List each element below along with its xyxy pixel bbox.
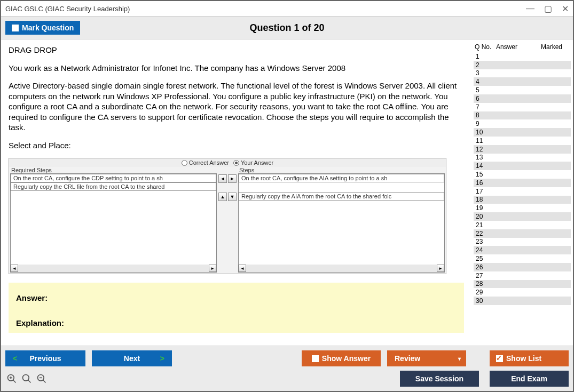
sidebar-row[interactable]: 6 bbox=[474, 94, 571, 103]
move-up-button[interactable]: ▲ bbox=[218, 193, 227, 201]
show-list-button[interactable]: Show List bbox=[490, 350, 569, 366]
sidebar-row[interactable]: 9 bbox=[474, 119, 571, 128]
answer-mode-row: Correct Answer Your Answer bbox=[9, 158, 446, 167]
sidebar-row[interactable]: 11 bbox=[474, 137, 571, 145]
move-buttons-column: ◄ ► ▲ ▼ bbox=[218, 167, 237, 274]
body-area: DRAG DROP You work as a Network Administ… bbox=[1, 39, 573, 346]
scroll-right-icon[interactable]: ► bbox=[209, 265, 216, 272]
sidebar-row[interactable]: 19 bbox=[474, 204, 571, 212]
mark-label: Mark Question bbox=[22, 23, 74, 32]
minimize-icon[interactable]: — bbox=[526, 4, 534, 14]
app-window: GIAC GSLC (GIAC Security Leadership) — ▢… bbox=[0, 0, 574, 392]
sidebar-row[interactable]: 17 bbox=[474, 187, 571, 196]
question-select: Select and Place: bbox=[9, 140, 464, 151]
scrollbar[interactable]: ◄► bbox=[11, 265, 216, 272]
sidebar-row[interactable]: 15 bbox=[474, 170, 571, 179]
list-item[interactable]: Regularly copy the AIA from the root CA … bbox=[239, 192, 444, 201]
right-list[interactable]: On the root CA, configure the AIA settin… bbox=[238, 173, 445, 273]
sidebar-row[interactable]: 24 bbox=[474, 246, 571, 254]
question-scrollpane[interactable]: DRAG DROP You work as a Network Administ… bbox=[1, 39, 471, 346]
sidebar-row[interactable]: 22 bbox=[474, 229, 571, 238]
mark-checkbox-icon bbox=[12, 25, 19, 31]
list-item[interactable]: On the root CA, configure the CDP settin… bbox=[11, 174, 216, 182]
question-list-sidebar: Q No. Answer Marked 12345678910111213141… bbox=[471, 39, 573, 346]
sidebar-list[interactable]: 1234567891011121314151617181920212223242… bbox=[474, 52, 571, 346]
svg-point-4 bbox=[23, 375, 29, 381]
footer: < Previous Next > Show Answer Review ▾ S… bbox=[1, 346, 573, 391]
sidebar-row[interactable]: 7 bbox=[474, 103, 571, 111]
question-line1: You work as a Network Administrator for … bbox=[9, 63, 464, 74]
end-exam-button[interactable]: End Exam bbox=[490, 371, 569, 387]
sidebar-row[interactable]: 3 bbox=[474, 69, 571, 78]
list-item[interactable]: Regularly copy the CRL file from the roo… bbox=[11, 182, 216, 191]
chevron-left-icon: < bbox=[13, 354, 17, 363]
svg-line-1 bbox=[13, 380, 16, 383]
required-steps-column: Required Steps On the root CA, configure… bbox=[9, 167, 218, 274]
scroll-left-icon[interactable]: ◄ bbox=[239, 265, 246, 272]
sidebar-row[interactable]: 2 bbox=[474, 61, 571, 69]
chevron-right-icon: > bbox=[160, 354, 164, 363]
sidebar-row[interactable]: 16 bbox=[474, 179, 571, 187]
sidebar-row[interactable]: 4 bbox=[474, 77, 571, 86]
move-right-button[interactable]: ► bbox=[228, 174, 237, 183]
sidebar-row[interactable]: 20 bbox=[474, 212, 571, 221]
answer-panel: Answer: Explanation: bbox=[9, 283, 464, 333]
scroll-right-icon[interactable]: ► bbox=[437, 265, 444, 272]
question-counter: Question 1 of 20 bbox=[249, 22, 324, 34]
col-qno: Q No. bbox=[475, 43, 496, 51]
main-area: DRAG DROP You work as a Network Administ… bbox=[1, 39, 471, 346]
previous-button[interactable]: < Previous bbox=[5, 350, 85, 366]
sidebar-header: Q No. Answer Marked bbox=[474, 42, 571, 52]
zoom-in-icon[interactable] bbox=[5, 372, 18, 385]
svg-line-7 bbox=[43, 380, 46, 383]
sidebar-row[interactable]: 18 bbox=[474, 196, 571, 204]
scrollbar[interactable]: ◄► bbox=[239, 265, 444, 272]
answer-heading: Answer: bbox=[16, 293, 457, 302]
sidebar-row[interactable]: 1 bbox=[474, 52, 571, 61]
move-left-button[interactable]: ◄ bbox=[218, 174, 227, 183]
show-answer-button[interactable]: Show Answer bbox=[302, 350, 381, 366]
sidebar-row[interactable]: 5 bbox=[474, 86, 571, 94]
mark-question-button[interactable]: Mark Question bbox=[5, 21, 80, 35]
correct-answer-radio[interactable]: Correct Answer bbox=[182, 159, 229, 166]
review-button[interactable]: Review ▾ bbox=[387, 350, 466, 366]
sidebar-row[interactable]: 26 bbox=[474, 263, 571, 271]
window-controls: — ▢ ✕ bbox=[526, 4, 569, 14]
maximize-icon[interactable]: ▢ bbox=[544, 4, 552, 14]
sidebar-row[interactable]: 12 bbox=[474, 145, 571, 154]
right-header: Steps bbox=[237, 167, 446, 173]
scroll-left-icon[interactable]: ◄ bbox=[11, 265, 18, 272]
sidebar-row[interactable]: 28 bbox=[474, 280, 571, 289]
sidebar-row[interactable]: 30 bbox=[474, 297, 571, 305]
move-down-button[interactable]: ▼ bbox=[228, 193, 237, 201]
sidebar-row[interactable]: 10 bbox=[474, 128, 571, 137]
list-item[interactable]: On the root CA, configure the AIA settin… bbox=[239, 174, 444, 182]
checked-box-icon bbox=[496, 355, 503, 362]
zoom-out-icon[interactable] bbox=[35, 372, 48, 385]
chevron-down-icon: ▾ bbox=[458, 356, 461, 362]
question-line2: Active Directory-based single domain sin… bbox=[9, 81, 464, 133]
next-button[interactable]: Next > bbox=[92, 350, 172, 366]
drag-drop-widget: Correct Answer Your Answer Required Step… bbox=[9, 158, 446, 274]
sidebar-row[interactable]: 25 bbox=[474, 254, 571, 263]
checkbox-icon bbox=[312, 355, 319, 362]
close-icon[interactable]: ✕ bbox=[562, 4, 569, 14]
window-title: GIAC GSLC (GIAC Security Leadership) bbox=[5, 5, 130, 13]
footer-row-2: Save Session End Exam bbox=[5, 371, 569, 387]
col-answer: Answer bbox=[496, 43, 533, 51]
sidebar-row[interactable]: 27 bbox=[474, 271, 571, 280]
top-bar: Mark Question Question 1 of 20 bbox=[1, 16, 573, 39]
col-marked: Marked bbox=[533, 43, 570, 51]
footer-row-1: < Previous Next > Show Answer Review ▾ S… bbox=[5, 350, 569, 366]
sidebar-row[interactable]: 21 bbox=[474, 221, 571, 229]
question-instruction: DRAG DROP bbox=[9, 45, 464, 55]
sidebar-row[interactable]: 23 bbox=[474, 238, 571, 246]
sidebar-row[interactable]: 8 bbox=[474, 111, 571, 120]
sidebar-row[interactable]: 14 bbox=[474, 162, 571, 170]
save-session-button[interactable]: Save Session bbox=[400, 371, 479, 387]
left-list[interactable]: On the root CA, configure the CDP settin… bbox=[10, 173, 217, 273]
your-answer-radio[interactable]: Your Answer bbox=[233, 159, 273, 166]
zoom-reset-icon[interactable] bbox=[20, 372, 33, 385]
sidebar-row[interactable]: 13 bbox=[474, 154, 571, 162]
sidebar-row[interactable]: 29 bbox=[474, 288, 571, 297]
